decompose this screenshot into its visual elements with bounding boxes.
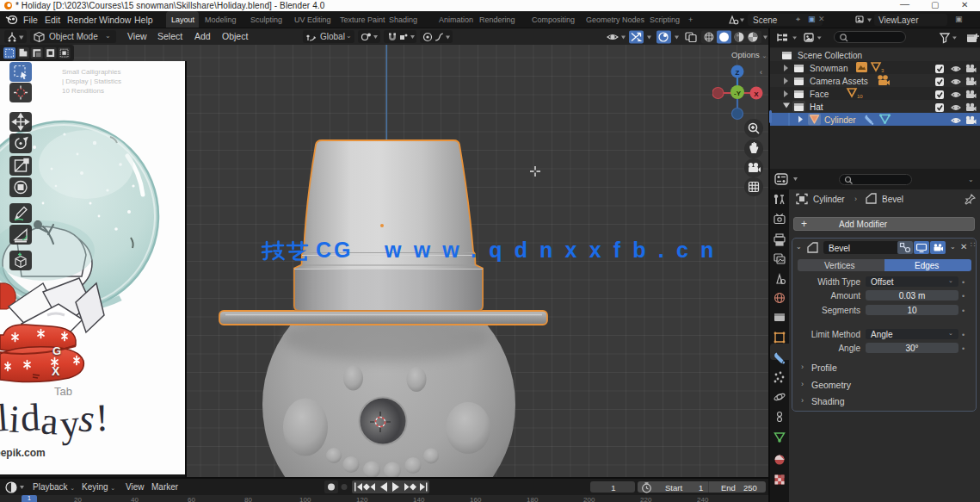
svg-text:3: 3 bbox=[881, 68, 884, 73]
svg-text:X: X bbox=[754, 90, 759, 98]
svg-text:Camera Assets: Camera Assets bbox=[810, 77, 868, 86]
svg-text:Hat: Hat bbox=[810, 102, 823, 112]
svg-text:10: 10 bbox=[857, 94, 863, 99]
svg-text:Snowman: Snowman bbox=[810, 64, 847, 73]
svg-text:Face: Face bbox=[810, 90, 829, 99]
svg-text:Cylinder: Cylinder bbox=[824, 115, 856, 125]
svg-text:Scene Collection: Scene Collection bbox=[798, 51, 862, 60]
svg-text:-Y: -Y bbox=[734, 90, 742, 97]
svg-text:Z: Z bbox=[736, 69, 740, 77]
